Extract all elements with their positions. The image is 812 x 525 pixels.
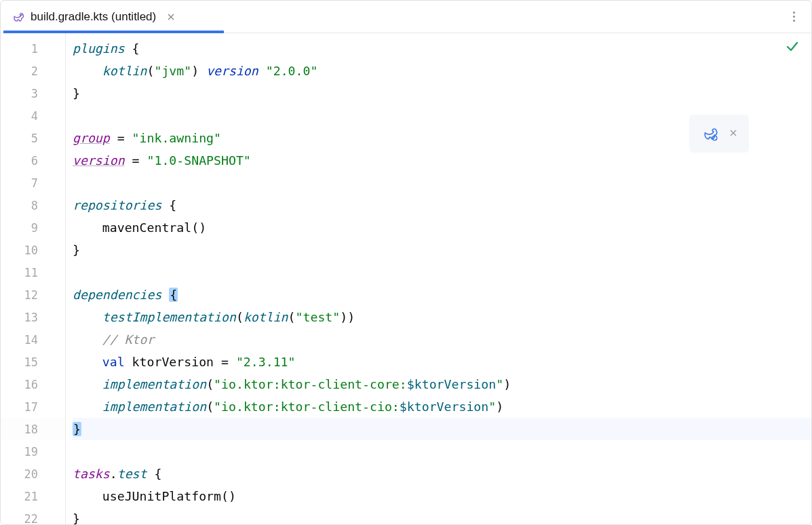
line-number: 15 <box>1 351 65 373</box>
line-number: 1 <box>1 37 65 60</box>
code-line: implementation("io.ktor:ktor-client-core… <box>73 373 811 395</box>
code-line: // Ktor <box>73 328 811 351</box>
code-line: plugins { <box>73 37 811 60</box>
file-tab[interactable]: build.gradle.kts (untitled) <box>3 1 186 33</box>
svg-point-0 <box>22 14 22 15</box>
line-number: 6 <box>1 149 65 172</box>
gutter[interactable]: 1 2 3 4 5 6 7 8 9 10 11 12 13 14 15 16 1… <box>1 33 66 524</box>
inspection-ok-icon[interactable] <box>786 40 799 56</box>
code-line: val ktorVersion = "2.3.11" <box>73 351 811 373</box>
line-number: 11 <box>1 261 65 284</box>
line-number: 20 <box>1 463 65 485</box>
code-line: repositories { <box>73 194 811 216</box>
line-number: 3 <box>1 82 65 104</box>
line-number: 21 <box>1 485 65 507</box>
more-menu-icon[interactable] <box>788 9 800 24</box>
code-line: } <box>73 418 811 440</box>
line-number: 14 <box>1 328 65 351</box>
code-line: } <box>73 507 811 524</box>
code-line <box>73 104 811 127</box>
line-number: 4 <box>1 104 65 127</box>
line-number: 8 <box>1 194 65 216</box>
line-number: 2 <box>1 60 65 82</box>
code-editor[interactable]: plugins { kotlin("jvm") version "2.0.0" … <box>66 33 811 524</box>
line-number: 10 <box>1 239 65 261</box>
line-number: 7 <box>1 172 65 194</box>
line-number: 9 <box>1 216 65 239</box>
close-tab-icon[interactable] <box>164 10 178 24</box>
editor-area: 1 2 3 4 5 6 7 8 9 10 11 12 13 14 15 16 1… <box>1 33 811 524</box>
code-line: testImplementation(kotlin("test")) <box>73 306 811 328</box>
gradle-elephant-icon <box>12 10 25 24</box>
code-line: group = "ink.awning" <box>73 127 811 149</box>
line-number: 19 <box>1 440 65 463</box>
code-line: kotlin("jvm") version "2.0.0" <box>73 60 811 82</box>
line-number: 22 <box>1 507 65 524</box>
line-number: 13 <box>1 306 65 328</box>
code-line: version = "1.0-SNAPSHOT" <box>73 149 811 172</box>
editor-window: build.gradle.kts (untitled) <box>0 0 812 525</box>
tab-title: build.gradle.kts (untitled) <box>31 10 156 24</box>
tabbar: build.gradle.kts (untitled) <box>1 1 811 33</box>
line-number: 18 <box>1 418 65 440</box>
code-line: mavenCentral() <box>73 216 811 239</box>
line-number: 17 <box>1 395 65 418</box>
line-number: 16 <box>1 373 65 395</box>
code-line: useJUnitPlatform() <box>73 485 811 507</box>
code-line <box>73 440 811 463</box>
line-number: 5 <box>1 127 65 149</box>
code-line: tasks.test { <box>73 463 811 485</box>
code-line: } <box>73 82 811 104</box>
code-line: dependencies { <box>73 284 811 306</box>
code-line: } <box>73 239 811 261</box>
code-line <box>73 261 811 284</box>
line-number: 12 <box>1 284 65 306</box>
code-line: implementation("io.ktor:ktor-client-cio:… <box>73 395 811 418</box>
code-line <box>73 172 811 194</box>
